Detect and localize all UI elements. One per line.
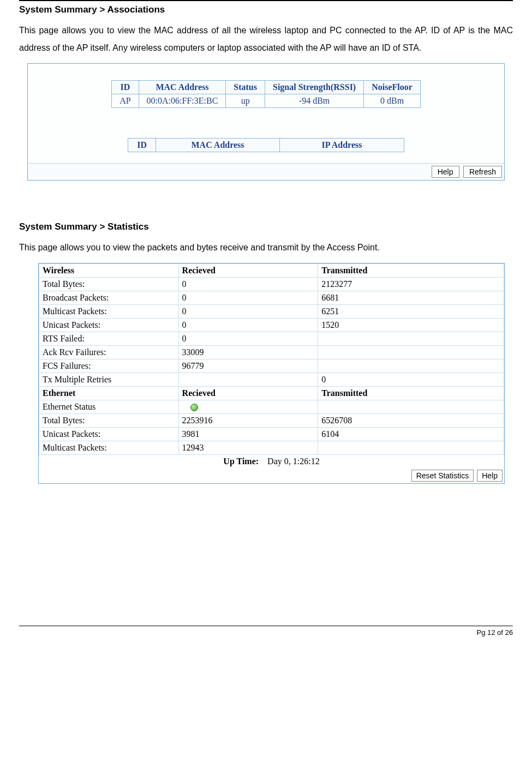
table-row: RTS Failed:0 <box>39 332 504 346</box>
page-footer: Pg 12 of 26 <box>19 626 513 637</box>
col-rssi: Signal Strength(RSSI) <box>265 81 364 94</box>
table-row: Total Bytes:02123277 <box>39 278 504 291</box>
stat-label: Unicast Packets: <box>39 319 179 332</box>
stat-tx: 1520 <box>318 319 504 332</box>
cell-status: up <box>226 94 265 108</box>
stat-tx <box>318 346 504 359</box>
stat-rx: 96779 <box>178 359 318 373</box>
table-row: Unicast Packets:01520 <box>39 319 504 332</box>
table-row: Unicast Packets:39816104 <box>39 428 504 441</box>
col-ip: IP Address <box>280 139 404 152</box>
cell-mac: 00:0A:06:FF:3E:BC <box>139 94 226 108</box>
col-status: Status <box>226 81 265 94</box>
cell-noise: 0 dBm <box>364 94 421 108</box>
hdr-ethernet: Ethernet <box>39 387 179 400</box>
stat-rx: 3981 <box>178 428 318 441</box>
ethernet-status-label: Ethernet Status <box>39 400 179 414</box>
statistics-description: This page allows you to view the packets… <box>19 239 513 256</box>
stat-rx: 33009 <box>178 346 318 359</box>
stat-rx: 0 <box>178 332 318 346</box>
hdr-wireless: Wireless <box>39 264 179 278</box>
cell-id: AP <box>112 94 139 108</box>
stat-tx <box>318 400 504 414</box>
stat-rx: 2253916 <box>178 414 318 428</box>
stat-label: Multicast Packets: <box>39 305 179 319</box>
stat-label: Broadcast Packets: <box>39 291 179 305</box>
associations-description: This page allows you to view the MAC add… <box>19 22 513 57</box>
uptime-label: Up Time: <box>223 457 259 466</box>
stat-tx: 6251 <box>318 305 504 319</box>
hdr-received: Recieved <box>178 387 318 400</box>
refresh-button[interactable]: Refresh <box>463 166 502 178</box>
statistics-table: Wireless Recieved Transmitted Total Byte… <box>39 263 504 455</box>
stat-label: Total Bytes: <box>39 278 179 291</box>
table-row: Multicast Packets:06251 <box>39 305 504 319</box>
stat-rx: 0 <box>178 305 318 319</box>
stat-rx: 12943 <box>178 441 318 455</box>
breadcrumb-associations: System Summary > Associations <box>19 4 513 15</box>
hdr-received: Recieved <box>178 264 318 278</box>
col-noise: NoiseFloor <box>364 81 421 94</box>
status-up-icon <box>190 404 198 411</box>
stat-tx: 6681 <box>318 291 504 305</box>
table-row: AP 00:0A:06:FF:3E:BC up -94 dBm 0 dBm <box>112 94 421 108</box>
col-mac: MAC Address <box>139 81 226 94</box>
cell-rssi: -94 dBm <box>265 94 364 108</box>
help-button[interactable]: Help <box>477 470 503 482</box>
clients-table: ID MAC Address IP Address <box>128 138 404 152</box>
col-id: ID <box>128 139 156 152</box>
associations-panel: ID MAC Address Status Signal Strength(RS… <box>27 63 505 181</box>
stat-rx: 0 <box>178 319 318 332</box>
table-row: Tx Multiple Retries0 <box>39 373 504 387</box>
stat-tx: 0 <box>318 373 504 387</box>
table-row: FCS Failures:96779 <box>39 359 504 373</box>
stat-label: Unicast Packets: <box>39 428 179 441</box>
hdr-transmitted: Transmitted <box>318 387 504 400</box>
stat-tx <box>318 332 504 346</box>
stat-rx <box>178 373 318 387</box>
table-row: Ethernet Status <box>39 400 504 414</box>
stat-rx: 0 <box>178 291 318 305</box>
col-mac: MAC Address <box>156 139 279 152</box>
col-id: ID <box>112 81 139 94</box>
uptime-value: Day 0, 1:26:12 <box>267 457 320 466</box>
stat-label: FCS Failures: <box>39 359 179 373</box>
stat-rx: 0 <box>178 278 318 291</box>
statistics-panel: Wireless Recieved Transmitted Total Byte… <box>38 263 505 484</box>
stat-label: Ack Rcv Failures: <box>39 346 179 359</box>
help-button[interactable]: Help <box>432 166 459 178</box>
uptime-row: Up Time: Day 0, 1:26:12 <box>39 455 504 468</box>
stat-tx <box>318 359 504 373</box>
wireless-header-row: Wireless Recieved Transmitted <box>39 264 504 278</box>
breadcrumb-statistics: System Summary > Statistics <box>19 221 513 232</box>
table-row: Broadcast Packets:06681 <box>39 291 504 305</box>
stat-tx: 2123277 <box>318 278 504 291</box>
reset-statistics-button[interactable]: Reset Statistics <box>411 470 474 482</box>
hdr-transmitted: Transmitted <box>318 264 504 278</box>
stat-label: RTS Failed: <box>39 332 179 346</box>
table-row: Total Bytes:22539166526708 <box>39 414 504 428</box>
stat-tx: 6104 <box>318 428 504 441</box>
stat-tx: 6526708 <box>318 414 504 428</box>
stat-label: Multicast Packets: <box>39 441 179 455</box>
associations-table: ID MAC Address Status Signal Strength(RS… <box>111 80 421 108</box>
table-row: Ack Rcv Failures:33009 <box>39 346 504 359</box>
ethernet-status-value <box>178 400 318 414</box>
ethernet-header-row: Ethernet Recieved Transmitted <box>39 387 504 400</box>
stat-tx <box>318 441 504 455</box>
stat-label: Total Bytes: <box>39 414 179 428</box>
stat-label: Tx Multiple Retries <box>39 373 179 387</box>
table-row: Multicast Packets:12943 <box>39 441 504 455</box>
